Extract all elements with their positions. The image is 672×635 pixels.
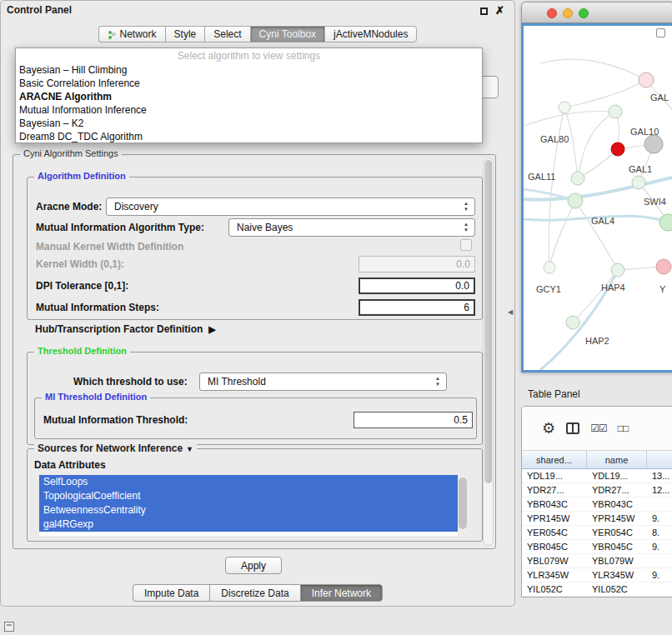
- column-header-name[interactable]: name: [587, 451, 647, 468]
- settings-scrollbar[interactable]: [483, 158, 494, 546]
- tab-select[interactable]: Select: [204, 26, 249, 42]
- network-edge[interactable]: [564, 80, 646, 108]
- scrollbar-thumb[interactable]: [484, 160, 492, 483]
- algorithm-option[interactable]: ARACNE Algorithm: [16, 90, 482, 103]
- attribute-item[interactable]: SelfLoops: [39, 475, 458, 489]
- panel-grid-icon[interactable]: [4, 622, 14, 632]
- tab-jactivemodules[interactable]: jActiveMNodules: [324, 26, 417, 42]
- algorithm-option[interactable]: Basic Correlation Inference: [16, 77, 482, 90]
- window-minimize-button[interactable]: [563, 8, 573, 18]
- network-node[interactable]: [568, 193, 583, 208]
- mi-type-select[interactable]: Naive Bayes: [228, 218, 475, 237]
- network-node[interactable]: [571, 172, 584, 185]
- control-panel-title: Control Panel: [7, 4, 72, 16]
- mi-threshold-input[interactable]: [354, 412, 473, 428]
- manual-kernel-checkbox[interactable]: [460, 239, 472, 251]
- table-row[interactable]: YBR045CYBR045C9.: [522, 540, 672, 554]
- network-node[interactable]: [566, 316, 579, 329]
- table-row[interactable]: YPR145WYPR145W9.: [522, 512, 672, 526]
- network-node[interactable]: [656, 259, 671, 274]
- tab-label: Cyni Toolbox: [259, 28, 316, 40]
- mi-steps-input[interactable]: [359, 299, 475, 316]
- dpi-tolerance-input[interactable]: [359, 278, 475, 294]
- tab-style[interactable]: Style: [165, 26, 205, 42]
- panel-collapse-arrow-icon[interactable]: [508, 305, 513, 317]
- table-cell: YDL19...: [522, 469, 587, 482]
- table-panel-title: Table Panel: [528, 388, 580, 400]
- algorithm-option[interactable]: Mutual Information Inference: [16, 103, 482, 117]
- scrollbar-thumb[interactable]: [459, 478, 467, 529]
- table-row[interactable]: YIL052CYIL052C: [522, 582, 672, 597]
- table-cell: YLR345W: [587, 568, 647, 582]
- expand-arrow-icon: [208, 323, 215, 335]
- deselect-all-icon[interactable]: [618, 422, 629, 434]
- table-row[interactable]: YBL079WYBL079W: [522, 554, 672, 568]
- network-edge[interactable]: [549, 201, 575, 268]
- table-cell: YIL052C: [587, 582, 647, 596]
- attribute-item[interactable]: gal4RGexp: [39, 518, 458, 532]
- which-threshold-select[interactable]: MI Threshold: [199, 372, 447, 391]
- network-node[interactable]: [644, 135, 663, 153]
- mi-steps-label: Mutual Information Steps:: [36, 302, 159, 313]
- select-all-icon[interactable]: [590, 422, 607, 434]
- node-label: GAL: [650, 92, 669, 102]
- algorithm-option[interactable]: Bayesian – K2: [16, 117, 482, 130]
- network-edge[interactable]: [578, 112, 615, 178]
- tab-impute-data[interactable]: Impute Data: [133, 584, 209, 602]
- network-node[interactable]: [611, 263, 624, 277]
- node-label: HAP2: [585, 336, 609, 346]
- network-node[interactable]: [632, 176, 645, 189]
- algorithm-option[interactable]: Dream8 DC_TDC Algorithm: [16, 130, 482, 143]
- network-edge[interactable]: [540, 59, 646, 80]
- tab-network[interactable]: Network: [98, 26, 165, 42]
- tab-label: jActiveMNodules: [333, 28, 408, 40]
- network-node[interactable]: [639, 72, 654, 88]
- tab-discretize-data[interactable]: Discretize Data: [209, 584, 299, 602]
- network-node[interactable]: [611, 142, 624, 156]
- birdseye-toggle-icon[interactable]: [656, 28, 665, 38]
- window-close-button[interactable]: [547, 8, 557, 18]
- mi-type-label: Mutual Information Algorithm Type:: [36, 222, 204, 233]
- table-cell: YDL19...: [587, 469, 647, 482]
- algorithm-option[interactable]: Bayesian – Hill Climbing: [16, 63, 482, 77]
- dropdown-placeholder: Select algorithm to view settings: [16, 49, 482, 63]
- network-window-titlebar: [521, 2, 672, 23]
- float-window-icon[interactable]: [480, 8, 488, 15]
- kernel-width-input[interactable]: [359, 256, 475, 272]
- tab-infer-network[interactable]: Infer Network: [300, 584, 383, 602]
- data-attributes-list[interactable]: SelfLoopsTopologicalCoefficientBetweenne…: [39, 475, 458, 536]
- table-row[interactable]: YBR043CYBR043C: [522, 498, 672, 512]
- aracne-mode-select[interactable]: Discovery: [106, 198, 475, 216]
- tab-cyni-toolbox[interactable]: Cyni Toolbox: [250, 26, 324, 42]
- sources-section-title[interactable]: Sources for Network Inference: [34, 442, 197, 454]
- column-chooser-icon[interactable]: [566, 422, 579, 434]
- gear-icon[interactable]: [542, 421, 555, 436]
- attribute-item[interactable]: TopologicalCoefficient: [39, 489, 458, 503]
- hub-section-toggle[interactable]: Hub/Transcription Factor Definition: [35, 323, 216, 335]
- network-node[interactable]: [544, 262, 555, 273]
- network-node[interactable]: [559, 102, 570, 113]
- network-node[interactable]: [659, 214, 672, 231]
- algorithm-popup-list: Bayesian – Hill ClimbingBasic Correlatio…: [16, 63, 482, 143]
- network-canvas[interactable]: GALGAL80GAL10GAL11GAL1SWI4GAL4GCY1HAP4YH…: [521, 23, 672, 372]
- tab-label: Network: [120, 28, 157, 40]
- node-label: SWI4: [644, 197, 666, 207]
- table-row[interactable]: YLR345WYLR345W9.: [522, 568, 672, 582]
- attribute-item[interactable]: BetweennessCentrality: [39, 503, 458, 518]
- table-row[interactable]: YER054CYER054C8.: [522, 526, 672, 540]
- close-icon[interactable]: [495, 5, 504, 17]
- network-edge[interactable]: [573, 270, 618, 322]
- aracne-mode-label: Aracne Mode:: [36, 201, 102, 212]
- node-label: Y: [659, 284, 666, 294]
- table-row[interactable]: YDL19...YDL19...13...: [522, 469, 672, 483]
- column-header-extra[interactable]: [647, 451, 672, 468]
- apply-button[interactable]: Apply: [225, 557, 282, 574]
- window-zoom-button[interactable]: [579, 8, 589, 18]
- attributes-scrollbar[interactable]: [458, 475, 468, 536]
- network-edge[interactable]: [575, 201, 618, 270]
- collapse-arrow-icon: [183, 442, 193, 454]
- table-cell: YBR045C: [587, 540, 647, 553]
- network-node[interactable]: [609, 105, 622, 118]
- column-header-shared-name[interactable]: shared...: [522, 451, 587, 468]
- table-row[interactable]: YDR27...YDR27...12...: [522, 483, 672, 498]
